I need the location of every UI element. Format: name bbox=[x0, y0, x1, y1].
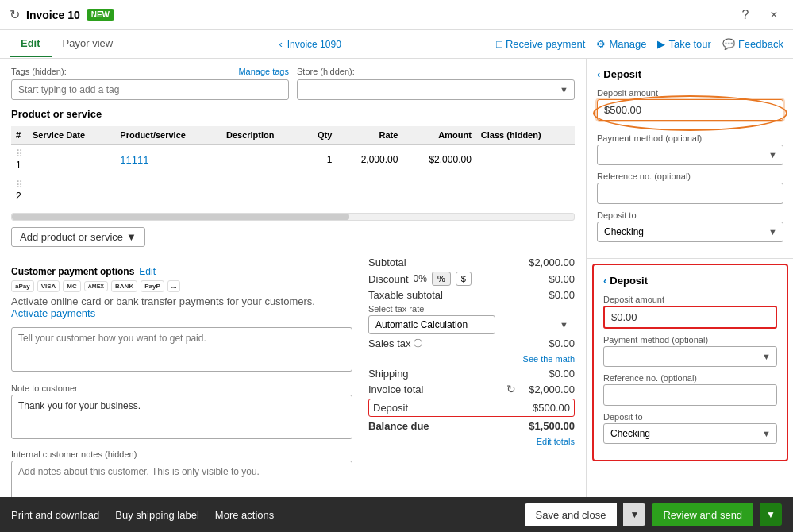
deposit-value: $500.00 bbox=[514, 402, 570, 414]
nav-right-actions: □ Receive payment ⚙ Manage ▶ Take tour 💬… bbox=[496, 38, 783, 50]
add-product-button[interactable]: Add product or service ▼ bbox=[11, 227, 145, 247]
payment-method-select-1[interactable] bbox=[597, 145, 783, 165]
table-row: ⠿ 1 11111 1 2,000.00 $2,000.00 bbox=[11, 145, 575, 175]
activate-link[interactable]: Activate payments bbox=[11, 307, 95, 319]
note-to-customer-input[interactable]: Thank you for your business. bbox=[11, 395, 352, 439]
shipping-row: Shipping $0.00 bbox=[368, 368, 575, 380]
edit-totals-link[interactable]: Edit totals bbox=[537, 437, 575, 446]
payment-method-select-2[interactable] bbox=[603, 346, 777, 367]
row2-product[interactable] bbox=[115, 175, 221, 206]
reference-no-input-2[interactable] bbox=[603, 384, 777, 406]
note-to-customer-section: Note to customer Thank you for your busi… bbox=[11, 384, 352, 441]
row1-drag[interactable]: ⠿ 1 bbox=[11, 145, 28, 175]
tags-section: Tags (hidden): Manage tags bbox=[11, 67, 289, 100]
message-to-customer[interactable] bbox=[11, 327, 352, 372]
nav-bar: Edit Payor view ‹ Invoice 1090 □ Receive… bbox=[0, 30, 793, 59]
sync-icon[interactable]: ↻ bbox=[506, 383, 516, 395]
deposit-amount-input-wrap-1 bbox=[597, 99, 783, 127]
row2-drag[interactable]: ⠿ 2 bbox=[11, 175, 28, 206]
save-and-close-button[interactable]: Save and close bbox=[525, 503, 618, 526]
buy-shipping-action[interactable]: Buy shipping label bbox=[115, 509, 199, 521]
save-and-close-caret[interactable]: ▼ bbox=[623, 503, 645, 526]
new-badge: NEW bbox=[87, 9, 114, 21]
mc-icon: MC bbox=[63, 280, 80, 292]
internal-notes-section: Internal customer notes (hidden) bbox=[11, 449, 352, 497]
row2-class[interactable] bbox=[476, 175, 575, 206]
close-button[interactable]: × bbox=[764, 6, 783, 25]
row1-service-date[interactable] bbox=[28, 145, 115, 175]
more-actions-action[interactable]: More actions bbox=[215, 509, 274, 521]
deposit-back-arrow-2[interactable]: ‹ bbox=[603, 275, 606, 287]
payment-method-label-2: Payment method (optional) bbox=[603, 335, 777, 345]
discount-label: Discount bbox=[368, 273, 409, 285]
discount-pct: 0% bbox=[414, 273, 427, 284]
row2-qty[interactable] bbox=[303, 175, 337, 206]
payment-icons: aPay VISA MC AMEX BANK PayP ... bbox=[11, 280, 352, 292]
reference-no-input-1[interactable] bbox=[597, 183, 783, 204]
row2-amount[interactable] bbox=[402, 175, 475, 206]
balance-due-value: $1,500.00 bbox=[519, 420, 575, 432]
product-table: # Service Date Product/service Descripti… bbox=[11, 126, 575, 206]
internal-notes-label: Internal customer notes (hidden) bbox=[11, 449, 352, 459]
receive-payment-action[interactable]: □ Receive payment bbox=[496, 38, 585, 50]
other-pay-icon: ... bbox=[167, 280, 181, 292]
row2-rate[interactable] bbox=[337, 175, 402, 206]
row1-qty[interactable]: 1 bbox=[303, 145, 337, 175]
discount-dollar-btn[interactable]: $ bbox=[456, 272, 472, 286]
review-and-send-button[interactable]: Review and send bbox=[652, 503, 753, 526]
print-download-action[interactable]: Print and download bbox=[11, 509, 99, 521]
store-select[interactable] bbox=[297, 79, 575, 100]
deposit-to-select-1[interactable]: Checking bbox=[597, 222, 783, 242]
deposit-to-select-2[interactable]: Checking bbox=[603, 423, 777, 444]
table-scroll-bar[interactable] bbox=[11, 213, 575, 221]
sales-tax-label: Sales tax bbox=[368, 337, 410, 349]
row1-product[interactable]: 11111 bbox=[115, 145, 221, 175]
store-section: Store (hidden): ▼ bbox=[297, 67, 575, 100]
payment-options-edit[interactable]: Edit bbox=[139, 266, 156, 277]
deposit-to-select-wrap-1: Checking ▼ bbox=[597, 222, 783, 242]
deposit-back-arrow-1[interactable]: ‹ bbox=[597, 68, 600, 80]
invoice-link[interactable]: Invoice 1090 bbox=[287, 39, 341, 50]
discount-controls: Discount 0% % $ bbox=[368, 272, 472, 286]
discount-pct-btn[interactable]: % bbox=[432, 272, 451, 286]
row1-class[interactable] bbox=[476, 145, 575, 175]
row1-rate[interactable]: 2,000.00 bbox=[337, 145, 402, 175]
bank-icon: BANK bbox=[111, 280, 137, 292]
tax-select-arrow: ▼ bbox=[560, 320, 568, 330]
taxable-subtotal-value: $0.00 bbox=[519, 289, 575, 301]
see-math-link[interactable]: See the math bbox=[523, 354, 575, 364]
back-icon[interactable]: ↻ bbox=[10, 7, 20, 22]
tab-edit[interactable]: Edit bbox=[10, 31, 52, 57]
tags-input[interactable] bbox=[11, 79, 289, 100]
internal-notes-input[interactable] bbox=[11, 461, 352, 497]
bottom-bar: Print and download Buy shipping label Mo… bbox=[0, 497, 793, 532]
deposit-amount-input-1[interactable] bbox=[597, 99, 783, 121]
table-row: ⠿ 2 bbox=[11, 175, 575, 206]
deposit-to-select-wrap-2: Checking ▼ bbox=[603, 423, 777, 444]
right-panel: ‹ Deposit Deposit amount Payment method … bbox=[587, 59, 793, 497]
deposit-panel-1-title: ‹ Deposit bbox=[597, 68, 783, 80]
row2-description[interactable] bbox=[221, 175, 303, 206]
prev-invoice-icon[interactable]: ‹ bbox=[279, 38, 282, 50]
tab-payor-view[interactable]: Payor view bbox=[52, 31, 125, 57]
receive-payment-icon: □ bbox=[496, 38, 502, 50]
row2-service-date[interactable] bbox=[28, 175, 115, 206]
manage-action[interactable]: ⚙ Manage bbox=[596, 38, 646, 50]
deposit-amount-label-1: Deposit amount bbox=[597, 88, 783, 98]
col-qty: Qty bbox=[303, 126, 337, 145]
deposit-amount-input-2[interactable] bbox=[603, 306, 777, 329]
gear-icon: ⚙ bbox=[596, 38, 606, 50]
sales-tax-help-icon[interactable]: ⓘ bbox=[414, 337, 422, 349]
review-and-send-caret[interactable]: ▼ bbox=[760, 503, 782, 526]
take-tour-action[interactable]: ▶ Take tour bbox=[657, 38, 710, 50]
help-button[interactable]: ? bbox=[736, 6, 755, 25]
reference-no-label-2: Reference no. (optional) bbox=[603, 373, 777, 383]
payment-options-header: Customer payment options Edit bbox=[11, 266, 352, 277]
subtotal-row: Subtotal $2,000.00 bbox=[368, 256, 575, 268]
row1-amount[interactable]: $2,000.00 bbox=[402, 145, 475, 175]
manage-tags-link[interactable]: Manage tags bbox=[238, 67, 289, 76]
tax-rate-select[interactable]: Automatic Calculation bbox=[368, 315, 495, 334]
row1-description[interactable] bbox=[221, 145, 303, 175]
sales-tax-value: $0.00 bbox=[519, 337, 575, 349]
feedback-action[interactable]: 💬 Feedback bbox=[722, 38, 783, 50]
